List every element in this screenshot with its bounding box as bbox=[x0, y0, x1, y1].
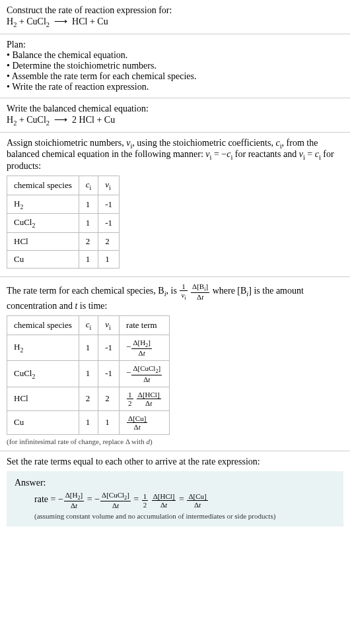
col-nui: νi bbox=[98, 316, 120, 335]
col-ci: ci bbox=[79, 176, 98, 195]
cell-c: 2 bbox=[79, 387, 98, 410]
answer-equation: rate = −Δ[H2]Δt = −Δ[CuCl2]Δt = 12 Δ[HCl… bbox=[15, 491, 335, 509]
table-row: H2 1 -1 −Δ[H2]Δt bbox=[7, 335, 170, 360]
answer-label: Answer: bbox=[15, 478, 335, 488]
plan-item-1: • Determine the stoichiometric numbers. bbox=[7, 61, 343, 71]
plan-section: Plan: • Balance the chemical equation. •… bbox=[0, 34, 350, 98]
cell-nu: 2 bbox=[98, 232, 120, 250]
cell-nu: 2 bbox=[98, 387, 120, 410]
stoich-table: chemical species ci νi H2 1 -1 CuCl2 1 -… bbox=[7, 176, 120, 269]
cell-species: HCl bbox=[7, 232, 79, 250]
cell-nu: -1 bbox=[98, 361, 120, 387]
final-section: Set the rate terms equal to each other t… bbox=[0, 451, 350, 532]
cell-c: 1 bbox=[79, 195, 98, 214]
table-row: HCl 2 2 bbox=[7, 232, 120, 250]
col-ci: ci bbox=[79, 316, 98, 335]
cell-c: 2 bbox=[79, 232, 98, 250]
cell-species: Cu bbox=[7, 410, 79, 434]
rateterm-intro: The rate term for each chemical species,… bbox=[7, 282, 343, 311]
cell-term: −Δ[CuCl2]Δt bbox=[120, 361, 170, 387]
cell-c: 1 bbox=[79, 214, 98, 233]
answer-note: (assuming constant volume and no accumul… bbox=[15, 512, 335, 520]
cell-species: HCl bbox=[7, 387, 79, 410]
stoich-intro: Assign stoichiometric numbers, νi, using… bbox=[7, 138, 343, 172]
balanced-equation: H2 + CuCl2 ⟶ 2 HCl + Cu bbox=[7, 114, 343, 127]
balanced-heading: Write the balanced chemical equation: bbox=[7, 104, 343, 114]
cell-term: −Δ[H2]Δt bbox=[120, 335, 170, 360]
rateterm-section: The rate term for each chemical species,… bbox=[0, 277, 350, 451]
cell-c: 1 bbox=[79, 335, 98, 360]
col-nui: νi bbox=[98, 176, 120, 195]
cell-nu: -1 bbox=[98, 335, 120, 360]
intro-prompt: Construct the rate of reaction expressio… bbox=[7, 5, 343, 16]
col-species: chemical species bbox=[7, 316, 79, 335]
cell-term: Δ[Cu]Δt bbox=[120, 410, 170, 434]
cell-c: 1 bbox=[79, 250, 98, 268]
cell-nu: -1 bbox=[98, 214, 120, 233]
stoich-section: Assign stoichiometric numbers, νi, using… bbox=[0, 133, 350, 277]
table-row: CuCl2 1 -1 −Δ[CuCl2]Δt bbox=[7, 361, 170, 387]
plan-item-3: • Write the rate of reaction expression. bbox=[7, 82, 343, 92]
final-heading: Set the rate terms equal to each other t… bbox=[7, 457, 343, 467]
intro-equation: H2 + CuCl2 ⟶ HCl + Cu bbox=[7, 16, 343, 28]
table-row: H2 1 -1 bbox=[7, 195, 120, 214]
plan-item-2: • Assemble the rate term for each chemic… bbox=[7, 71, 343, 82]
table-row: HCl 2 2 12 Δ[HCl]Δt bbox=[7, 387, 170, 410]
cell-c: 1 bbox=[79, 361, 98, 387]
cell-nu: 1 bbox=[98, 410, 120, 434]
intro-section: Construct the rate of reaction expressio… bbox=[0, 0, 350, 34]
table-header-row: chemical species ci νi rate term bbox=[7, 316, 170, 335]
balanced-section: Write the balanced chemical equation: H2… bbox=[0, 98, 350, 133]
table-row: Cu 1 1 Δ[Cu]Δt bbox=[7, 410, 170, 434]
table-row: CuCl2 1 -1 bbox=[7, 214, 120, 233]
col-rateterm: rate term bbox=[120, 316, 170, 335]
table-header-row: chemical species ci νi bbox=[7, 176, 120, 195]
cell-nu: 1 bbox=[98, 250, 120, 268]
plan-heading: Plan: bbox=[7, 40, 343, 50]
answer-box: Answer: rate = −Δ[H2]Δt = −Δ[CuCl2]Δt = … bbox=[7, 471, 343, 527]
cell-species: CuCl2 bbox=[7, 361, 79, 387]
cell-species: CuCl2 bbox=[7, 214, 79, 233]
rateterm-table: chemical species ci νi rate term H2 1 -1… bbox=[7, 315, 170, 435]
cell-species: H2 bbox=[7, 335, 79, 360]
cell-species: H2 bbox=[7, 195, 79, 214]
plan-item-0: • Balance the chemical equation. bbox=[7, 50, 343, 61]
cell-term: 12 Δ[HCl]Δt bbox=[120, 387, 170, 410]
rateterm-note: (for infinitesimal rate of change, repla… bbox=[7, 437, 343, 445]
col-species: chemical species bbox=[7, 176, 79, 195]
cell-species: Cu bbox=[7, 250, 79, 268]
cell-c: 1 bbox=[79, 410, 98, 434]
cell-nu: -1 bbox=[98, 195, 120, 214]
table-row: Cu 1 1 bbox=[7, 250, 120, 268]
